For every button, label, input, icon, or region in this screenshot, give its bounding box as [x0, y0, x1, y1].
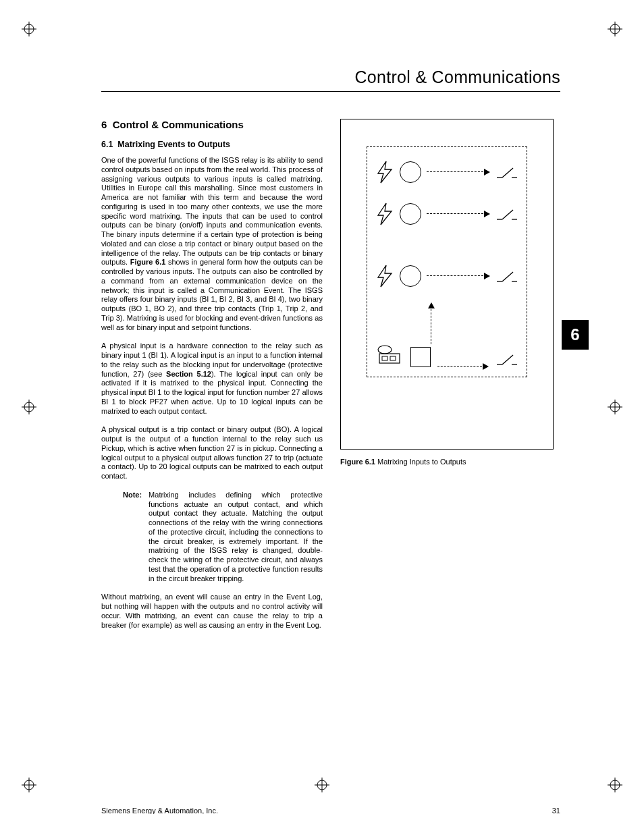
subsection-heading: 6.1 Matrixing Events to Outputs — [101, 140, 323, 149]
svg-line-23 — [502, 168, 513, 178]
dashed-arrow-icon — [437, 366, 489, 367]
subsection-title: Matrixing Events to Outputs — [117, 140, 230, 149]
note-label: Note: — [123, 491, 142, 584]
svg-point-33 — [378, 346, 392, 354]
section-heading: 6 Control & Communications — [101, 119, 323, 130]
switch-icon — [495, 164, 518, 180]
crop-mark-icon — [22, 22, 36, 36]
lightning-icon — [375, 264, 394, 288]
dashed-arrow-icon — [427, 171, 490, 173]
box-icon — [410, 347, 431, 367]
switch-icon — [495, 351, 518, 367]
node-icon — [400, 161, 421, 183]
figure-ref: Figure 6.1 — [130, 258, 166, 266]
figure-caption-text: Matrixing Inputs to Outputs — [375, 458, 466, 466]
svg-rect-35 — [382, 356, 387, 360]
crop-mark-icon — [315, 778, 329, 792]
figure-box — [340, 119, 554, 450]
body-paragraph: Without matrixing, an event will cause a… — [101, 593, 323, 630]
dashed-arrow-icon — [427, 275, 490, 277]
footer-page-number: 31 — [552, 807, 560, 814]
crop-mark-icon — [608, 400, 622, 414]
chapter-tab: 6 — [562, 320, 589, 350]
page-footer: Siemens Energy & Automation, Inc. 31 — [101, 807, 560, 814]
section-title: Control & Communications — [113, 119, 244, 130]
section-number: 6 — [101, 119, 107, 130]
switch-icon — [495, 206, 518, 222]
subsection-number: 6.1 — [101, 140, 113, 149]
svg-line-27 — [502, 210, 513, 219]
footer-company: Siemens Energy & Automation, Inc. — [101, 807, 218, 814]
svg-line-38 — [502, 355, 513, 364]
svg-marker-21 — [378, 161, 392, 183]
node-icon — [400, 203, 421, 225]
switch-icon — [495, 268, 518, 284]
matrix-diagram — [367, 146, 527, 377]
svg-line-31 — [502, 272, 513, 281]
left-column: 6 Control & Communications 6.1 Matrixing… — [101, 119, 323, 639]
figure-label: Figure 6.1 — [340, 458, 375, 466]
modem-icon — [375, 344, 404, 367]
section-ref: Section 5.12 — [166, 370, 211, 378]
dashed-up-arrow-icon — [431, 302, 432, 344]
lightning-icon — [375, 202, 394, 226]
node-icon — [400, 265, 421, 287]
crop-mark-icon — [608, 778, 622, 792]
crop-mark-icon — [22, 778, 36, 792]
crop-mark-icon — [22, 400, 36, 414]
body-paragraph: A physical output is a trip contact or b… — [101, 425, 323, 481]
dashed-arrow-icon — [427, 213, 490, 215]
svg-marker-29 — [378, 265, 392, 287]
figure-caption: Figure 6.1 Matrixing Inputs to Outputs — [340, 458, 560, 466]
running-header: Control & Communications — [101, 67, 560, 92]
crop-mark-icon — [608, 22, 622, 36]
svg-rect-36 — [390, 356, 396, 360]
svg-marker-25 — [378, 203, 392, 225]
body-paragraph: A physical input is a hardware connectio… — [101, 342, 323, 416]
note-block: Note: Matrixing includes defining which … — [101, 491, 323, 584]
lightning-icon — [375, 160, 394, 184]
body-paragraph: One of the powerful functions of the ISG… — [101, 156, 323, 332]
note-body: Matrixing includes defining which protec… — [149, 491, 323, 584]
right-column: Figure 6.1 Matrixing Inputs to Outputs — [340, 119, 560, 639]
